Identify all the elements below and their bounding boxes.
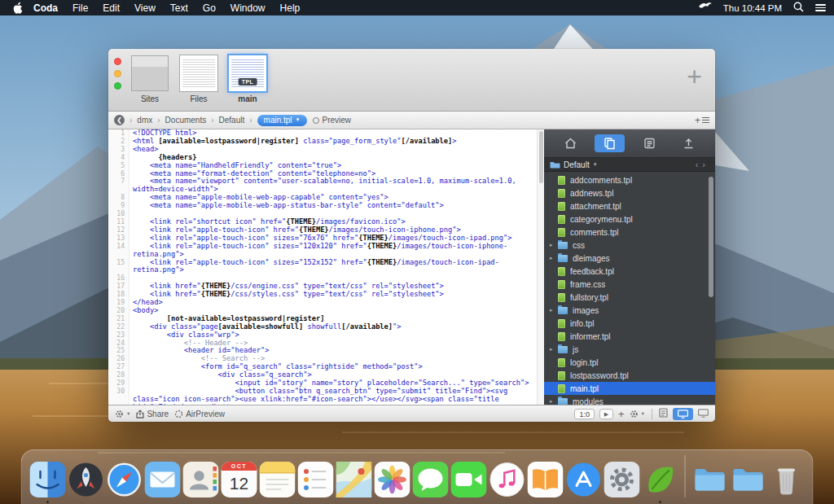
file-name: addnews.tpl [570,189,613,198]
menu-window[interactable]: Window [230,2,266,14]
new-tab-button[interactable]: + [687,64,702,90]
tab-sites[interactable]: Sites [128,55,172,103]
crumb-default[interactable]: Default [219,116,245,125]
menu-clock[interactable]: Thu 10:44 PM [723,3,782,13]
code-line[interactable]: 15 <link rel="apple-touch-icon" sizes="1… [108,259,537,275]
system-preferences-dock-icon[interactable] [604,462,640,497]
code-line[interactable]: 9 <meta name="apple-mobile-web-app-statu… [108,202,537,210]
add-split-button[interactable]: + [695,116,709,125]
editor-scrollbar[interactable] [537,129,544,405]
disclosure-triangle-icon[interactable]: ▸ [550,307,558,313]
maps-dock-icon[interactable] [336,462,372,497]
clips-list-icon[interactable] [634,134,665,152]
menu-view[interactable]: View [134,2,156,14]
file-row-frame.css[interactable]: frame.css [544,278,715,291]
coda-dock-icon[interactable] [643,462,678,497]
folder-downloads-dock-icon[interactable] [731,462,766,497]
minimize-window-button[interactable] [114,70,121,77]
finder-dock-icon[interactable] [30,462,66,497]
editor-gear-button[interactable]: ▼ [630,410,645,419]
apple-menu[interactable] [13,2,24,14]
file-row-css[interactable]: ▸css [544,239,715,252]
disclosure-triangle-icon[interactable]: ▸ [550,255,558,261]
file-row-modules[interactable]: ▸modules [544,395,715,405]
sidebar-folder-row[interactable]: Default ▼ ‹› [544,158,715,172]
close-window-button[interactable] [114,58,121,65]
files-pages-icon[interactable] [595,134,625,152]
reminders-dock-icon[interactable] [298,462,334,497]
airpreview-button[interactable]: AirPreview [174,410,225,419]
code-line[interactable]: 14 <link rel="apple-touch-icon" sizes="1… [108,243,537,259]
messages-dock-icon[interactable] [413,462,449,497]
ibooks-dock-icon[interactable] [528,462,564,497]
spotlight-icon[interactable] [793,2,804,15]
disclosure-triangle-icon[interactable]: ▸ [550,346,558,353]
code-line[interactable]: 18 <link href="{THEME}/css/styles.css" t… [108,291,537,299]
menu-file[interactable]: File [72,2,88,14]
app-store-dock-icon[interactable] [566,462,602,497]
crumb-documents[interactable]: Documents [165,116,207,125]
menu-help[interactable]: Help [280,2,301,14]
disclosure-triangle-icon[interactable]: ▸ [550,242,558,248]
file-row-info.tpl[interactable]: info.tpl [544,317,715,330]
file-row-categorymenu.tpl[interactable]: categorymenu.tpl [544,213,715,226]
code-line[interactable]: 30 <button class="btn q_search_btn" type… [108,388,537,405]
file-row-lostpassword.tpl[interactable]: lostpassword.tpl [544,369,715,382]
menu-go[interactable]: Go [203,2,216,14]
file-row-informer.tpl[interactable]: informer.tpl [544,330,715,343]
disclosure-triangle-icon[interactable]: ▸ [550,398,558,405]
calendar-dock-icon[interactable]: OCT12 [222,462,257,497]
share-button[interactable]: Share [136,410,169,419]
crumb-dmx[interactable]: dmx [137,116,152,125]
line-number: 2 [108,138,129,146]
cursor-position-indicator[interactable]: 1:0 [574,409,595,419]
file-row-fullstory.tpl[interactable]: fullstory.tpl [544,291,715,304]
sidebar-history-arrows[interactable]: ‹› [696,160,709,169]
secondary-screen-icon[interactable] [698,409,709,419]
publish-upload-icon[interactable] [674,134,704,152]
menu-text[interactable]: Text [170,2,188,14]
zoom-window-button[interactable] [114,82,121,90]
document-view-icon[interactable] [659,408,668,419]
goto-line-button[interactable]: ▶ [599,409,613,419]
photos-dock-icon[interactable] [375,462,410,497]
code-line[interactable]: 2<html [available=lostpassword|register]… [108,138,537,146]
sidebar-scrollbar[interactable] [709,177,713,297]
folder-blue-dock-icon[interactable] [692,462,728,497]
file-row-addnews.tpl[interactable]: addnews.tpl [544,186,715,199]
file-row-comments.tpl[interactable]: comments.tpl [544,226,715,239]
notification-center-icon[interactable] [815,2,826,13]
file-row-main.tpl[interactable]: main.tpl [544,382,715,395]
active-file-crumb[interactable]: main.tpl ▼ [257,115,307,126]
settings-gear-button[interactable]: ▼ [115,410,130,419]
code-line[interactable]: 7 <meta name="viewport" content="user-sc… [108,177,537,194]
file-row-login.tpl[interactable]: login.tpl [544,356,715,369]
calendar-day: 12 [222,471,257,496]
file-row-attachment.tpl[interactable]: attachment.tpl [544,199,715,213]
safari-dock-icon[interactable] [107,462,143,497]
preview-crumb[interactable]: Preview [313,116,352,125]
file-row-dleimages[interactable]: ▸dleimages [544,252,715,265]
tab-files[interactable]: Files [177,55,221,103]
tab-main[interactable]: TPLmain [226,55,270,103]
sites-home-icon[interactable] [555,134,586,152]
code-editor[interactable]: 1<!DOCTYPE html>2<html [available=lostpa… [108,129,544,405]
code-line[interactable]: 19</head> [108,299,537,307]
notes-dock-icon[interactable] [260,462,296,497]
preview-screen-toggle[interactable] [673,408,693,420]
file-row-images[interactable]: ▸images [544,304,715,317]
menu-app-name[interactable]: Coda [33,2,58,14]
back-icon[interactable]: ❮ [114,115,125,125]
itunes-dock-icon[interactable] [489,462,525,497]
file-row-feedback.tpl[interactable]: feedback.tpl [544,265,715,278]
mail-dock-icon[interactable] [145,462,181,497]
facetime-dock-icon[interactable] [451,462,487,497]
add-editor-button[interactable]: + [618,409,625,419]
trash-dock-icon[interactable] [769,462,805,497]
file-row-addcomments.tpl[interactable]: addcomments.tpl [544,173,715,186]
launchpad-dock-icon[interactable] [68,462,104,497]
menu-edit[interactable]: Edit [103,2,120,14]
contacts-dock-icon[interactable] [183,462,219,497]
file-row-js[interactable]: ▸js [544,343,715,356]
menu-extra-bird-icon[interactable] [699,2,712,14]
